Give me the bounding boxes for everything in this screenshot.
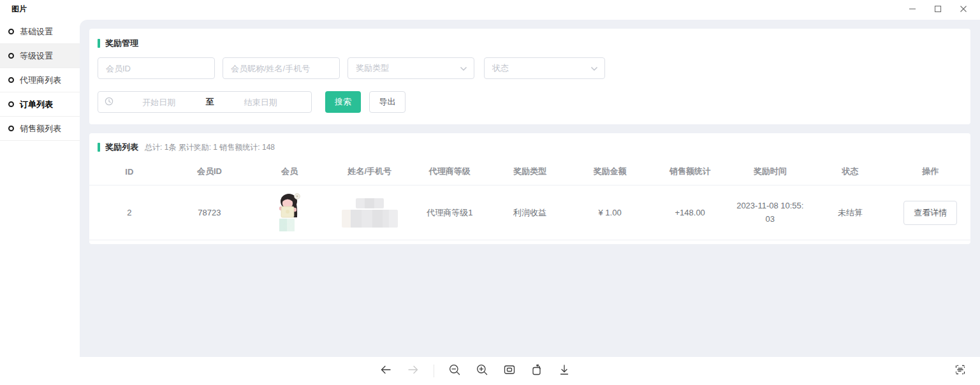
cell-member-id: 78723 (170, 185, 250, 240)
member-id-input[interactable] (98, 57, 215, 79)
sidebar-item-label: 销售额列表 (20, 123, 61, 134)
cell-reward-time: 2023-11-08 10:55:03 (730, 185, 810, 240)
col-id: ID (89, 158, 170, 185)
zoom-in-button[interactable] (475, 364, 489, 378)
back-arrow-icon (379, 363, 392, 379)
card-header: 奖励管理 (98, 38, 962, 49)
sidebar-item-basic-settings[interactable]: 基础设置 (0, 20, 80, 44)
back-button[interactable] (379, 364, 393, 378)
col-status: 状态 (810, 158, 891, 185)
reward-table: ID 会员ID 会员 姓名/手机号 代理商等级 奖励类型 奖励金额 销售额统计 … (89, 158, 970, 240)
sidebar-item-sales-list[interactable]: 销售额列表 (0, 117, 80, 141)
cell-name-phone-redacted (330, 185, 410, 240)
filter-row-2: 至 搜索 导出 (98, 91, 962, 113)
circle-icon (8, 101, 14, 107)
minimize-button[interactable] (900, 0, 925, 19)
chevron-down-icon (460, 64, 467, 73)
reward-type-select[interactable]: 奖励类型 (347, 57, 474, 79)
col-name-phone: 姓名/手机号 (330, 158, 410, 185)
circle-icon (8, 53, 14, 59)
main-content: 奖励管理 奖励类型 状态 至 (80, 20, 980, 357)
col-reward-time: 奖励时间 (730, 158, 810, 185)
select-placeholder: 状态 (492, 62, 509, 74)
redacted-name-block (356, 198, 384, 208)
status-select[interactable]: 状态 (484, 57, 605, 79)
sidebar-item-label: 代理商列表 (20, 75, 61, 86)
sidebar: 基础设置 等级设置 代理商列表 订单列表 销售额列表 (0, 20, 80, 357)
circle-icon (8, 126, 14, 131)
chevron-down-icon (590, 64, 598, 73)
filter-row-1: 奖励类型 状态 (98, 57, 962, 79)
sidebar-item-agent-list[interactable]: 代理商列表 (0, 68, 80, 92)
circle-icon (8, 77, 14, 83)
table-header-row: ID 会员ID 会员 姓名/手机号 代理商等级 奖励类型 奖励金额 销售额统计 … (89, 158, 970, 185)
maximize-icon (934, 4, 942, 15)
accent-bar (98, 143, 100, 152)
redacted-phone-block (342, 210, 398, 228)
view-detail-button[interactable]: 查看详情 (903, 201, 957, 225)
cell-agent-level: 代理商等级1 (410, 185, 490, 240)
zoom-out-icon (448, 363, 461, 379)
fit-to-window-icon (503, 363, 516, 379)
sidebar-item-order-list[interactable]: 订单列表 (0, 92, 80, 117)
maximize-button[interactable] (925, 0, 951, 19)
window-controls (900, 0, 976, 19)
col-reward-amount: 奖励金额 (570, 158, 650, 185)
clock-icon (105, 97, 113, 108)
cell-status: 未结算 (810, 185, 891, 240)
table-row: 2 78723 (89, 185, 970, 240)
window-title: 图片 (11, 4, 27, 15)
cell-member-avatar (249, 185, 330, 240)
text-actions-button[interactable] (953, 364, 967, 378)
circle-icon (8, 29, 14, 34)
sidebar-item-level-settings[interactable]: 等级设置 (0, 44, 80, 68)
forward-arrow-icon (407, 363, 420, 379)
toolbar-divider (434, 365, 434, 377)
date-range-picker[interactable]: 至 (98, 91, 312, 113)
toolbar-icon-group (379, 364, 571, 378)
cell-id: 2 (89, 185, 170, 240)
zoom-in-icon (476, 363, 488, 379)
titlebar: 图片 (0, 0, 980, 20)
cell-reward-type: 利润收益 (490, 185, 570, 240)
col-member: 会员 (249, 158, 330, 185)
col-agent-level: 代理商等级 (410, 158, 490, 185)
sidebar-item-label: 等级设置 (20, 50, 53, 62)
end-date-input[interactable] (217, 98, 305, 107)
minimize-icon (909, 4, 916, 15)
sidebar-item-label: 订单列表 (20, 99, 53, 110)
save-download-icon (558, 363, 571, 379)
close-icon (960, 4, 967, 15)
col-action: 操作 (890, 158, 970, 185)
close-button[interactable] (951, 0, 976, 19)
photos-viewer-window: { "window": { "title": "图片", "controls":… (0, 0, 980, 385)
accent-bar (98, 39, 100, 48)
card-title: 奖励列表 (105, 142, 138, 153)
member-info-input[interactable] (223, 57, 340, 79)
cell-reward-amount: ¥ 1.00 (570, 185, 650, 240)
export-button[interactable]: 导出 (369, 91, 406, 113)
reward-management-card: 奖励管理 奖励类型 状态 至 (89, 29, 970, 124)
text-actions-icon (954, 363, 967, 379)
fit-to-window-button[interactable] (502, 364, 516, 378)
rotate-button[interactable] (530, 364, 544, 378)
reward-list-card: 奖励列表 总计: 1条 累计奖励: 1 销售额统计: 148 ID 会员ID 会… (89, 133, 970, 244)
forward-button[interactable] (406, 364, 420, 378)
cell-action: 查看详情 (890, 185, 970, 240)
start-date-input[interactable] (115, 98, 203, 107)
search-button[interactable]: 搜索 (325, 91, 361, 113)
sidebar-item-label: 基础设置 (20, 26, 53, 38)
date-separator-label: 至 (203, 96, 217, 108)
avatar (275, 192, 304, 231)
zoom-out-button[interactable] (448, 364, 462, 378)
card-title: 奖励管理 (105, 38, 138, 49)
col-reward-type: 奖励类型 (490, 158, 570, 185)
save-button[interactable] (557, 364, 571, 378)
list-summary: 总计: 1条 累计奖励: 1 销售额统计: 148 (145, 142, 275, 153)
cell-sales-total: +148.00 (650, 185, 730, 240)
card-header: 奖励列表 总计: 1条 累计奖励: 1 销售额统计: 148 (89, 142, 970, 153)
viewer-toolbar (0, 357, 980, 385)
rotate-icon (530, 363, 543, 379)
col-sales-total: 销售额统计 (650, 158, 730, 185)
col-member-id: 会员ID (170, 158, 250, 185)
